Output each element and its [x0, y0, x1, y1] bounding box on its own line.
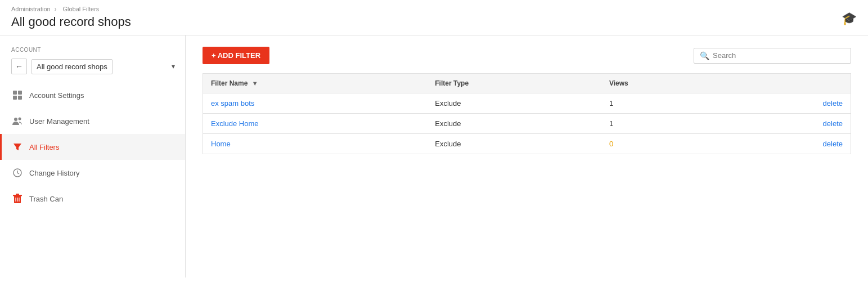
- svg-point-5: [19, 118, 21, 120]
- user-management-label: User Management: [29, 117, 89, 126]
- filter-type-cell: Exclude: [427, 93, 601, 114]
- views-cell: 0: [601, 134, 724, 154]
- filter-name-link[interactable]: Home: [211, 140, 231, 148]
- breadcrumb-current: Global Filters: [63, 6, 100, 12]
- sidebar: ACCOUNT ← All good record shops Account …: [0, 35, 186, 277]
- delete-link[interactable]: delete: [823, 119, 843, 128]
- account-dropdown[interactable]: All good record shops: [32, 59, 113, 74]
- col-filter-name[interactable]: Filter Name ▼: [203, 74, 428, 93]
- trash-can-icon: [11, 193, 24, 205]
- back-button[interactable]: ←: [11, 59, 27, 74]
- svg-point-4: [14, 118, 17, 121]
- table-row: HomeExclude0delete: [203, 134, 851, 154]
- svg-rect-9: [16, 194, 19, 195]
- col-views: Views: [601, 74, 724, 93]
- search-box: 🔍: [694, 48, 851, 64]
- sidebar-item-trash-can[interactable]: Trash Can: [0, 186, 185, 212]
- actions-cell: delete: [724, 114, 851, 134]
- main-content: + ADD FILTER 🔍 Filter Name ▼ Filter Type…: [186, 35, 868, 277]
- all-filters-icon: [11, 141, 24, 153]
- sidebar-item-change-history[interactable]: Change History: [0, 160, 185, 186]
- sidebar-item-user-management[interactable]: User Management: [0, 108, 185, 134]
- account-label: ACCOUNT: [0, 41, 185, 56]
- sidebar-item-all-filters[interactable]: All Filters: [0, 134, 185, 160]
- trash-can-label: Trash Can: [29, 195, 63, 203]
- graduation-icon: 🎓: [842, 11, 857, 26]
- toolbar: + ADD FILTER 🔍: [203, 47, 851, 64]
- col-actions: [724, 74, 851, 93]
- breadcrumb: Administration › Global Filters: [11, 6, 857, 12]
- views-cell: 1: [601, 93, 724, 114]
- sidebar-item-account-settings[interactable]: Account Settings: [0, 82, 185, 108]
- delete-link[interactable]: delete: [823, 140, 843, 148]
- add-filter-button[interactable]: + ADD FILTER: [203, 47, 269, 64]
- filter-name-cell: ex spam bots: [203, 93, 428, 114]
- svg-rect-0: [13, 91, 17, 95]
- filter-type-cell: Exclude: [427, 114, 601, 134]
- breadcrumb-admin[interactable]: Administration: [11, 6, 51, 12]
- account-settings-icon: [11, 89, 24, 101]
- filter-name-cell: Home: [203, 134, 428, 154]
- svg-rect-3: [18, 96, 22, 100]
- table-row: Exclude HomeExclude1delete: [203, 114, 851, 134]
- table-header-row: Filter Name ▼ Filter Type Views: [203, 74, 851, 93]
- actions-cell: delete: [724, 93, 851, 114]
- change-history-icon: [11, 167, 24, 179]
- sort-icon: ▼: [252, 80, 258, 87]
- col-filter-type: Filter Type: [427, 74, 601, 93]
- change-history-label: Change History: [29, 169, 80, 177]
- filter-table: Filter Name ▼ Filter Type Views ex spam …: [203, 73, 851, 154]
- svg-rect-2: [13, 96, 17, 100]
- search-icon: 🔍: [700, 51, 709, 60]
- account-settings-label: Account Settings: [29, 91, 84, 100]
- delete-link[interactable]: delete: [823, 99, 843, 108]
- filter-name-link[interactable]: ex spam bots: [211, 99, 254, 108]
- svg-rect-1: [18, 91, 22, 95]
- search-input[interactable]: [713, 51, 845, 60]
- filter-name-link[interactable]: Exclude Home: [211, 119, 259, 128]
- views-cell: 1: [601, 114, 724, 134]
- user-management-icon: [11, 115, 24, 127]
- all-filters-label: All Filters: [29, 143, 59, 151]
- table-row: ex spam botsExclude1delete: [203, 93, 851, 114]
- filter-name-cell: Exclude Home: [203, 114, 428, 134]
- breadcrumb-separator: ›: [55, 6, 57, 12]
- account-selector: ← All good record shops: [0, 56, 185, 77]
- page-title: All good record shops: [11, 15, 857, 35]
- filter-type-cell: Exclude: [427, 134, 601, 154]
- actions-cell: delete: [724, 134, 851, 154]
